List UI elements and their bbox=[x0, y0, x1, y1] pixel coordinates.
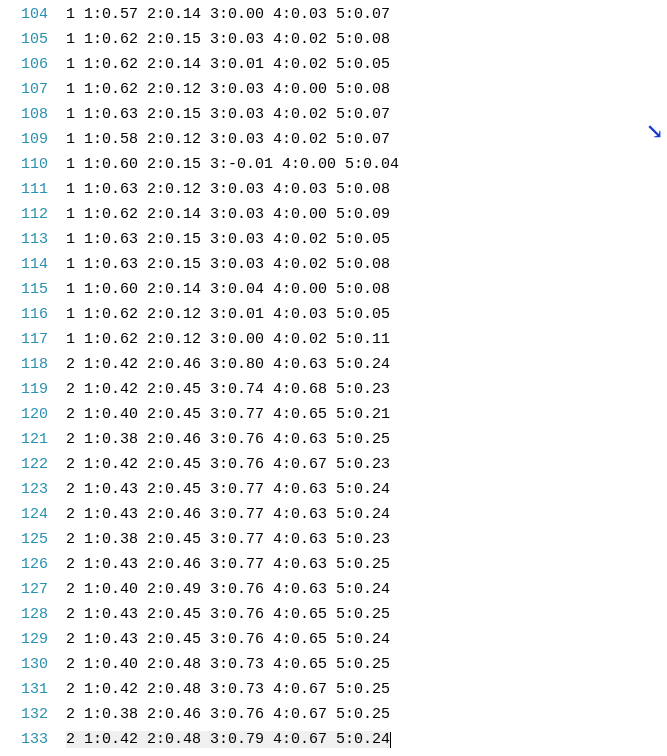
text-cursor bbox=[390, 732, 391, 748]
line-content[interactable]: 1 1:0.63 2:0.15 3:0.03 4:0.02 5:0.05 bbox=[66, 231, 390, 248]
code-editor[interactable]: 1041 1:0.57 2:0.14 3:0.00 4:0.03 5:0.071… bbox=[0, 0, 667, 752]
line-number: 107 bbox=[0, 81, 66, 98]
line-number: 111 bbox=[0, 181, 66, 198]
line-content[interactable]: 1 1:0.60 2:0.15 3:-0.01 4:0.00 5:0.04 bbox=[66, 156, 399, 173]
line-number: 131 bbox=[0, 681, 66, 698]
code-line[interactable]: 1131 1:0.63 2:0.15 3:0.03 4:0.02 5:0.05 bbox=[0, 227, 667, 252]
line-content[interactable]: 2 1:0.43 2:0.45 3:0.76 4:0.65 5:0.24 bbox=[66, 631, 390, 648]
line-number: 105 bbox=[0, 31, 66, 48]
line-content[interactable]: 2 1:0.43 2:0.45 3:0.77 4:0.63 5:0.24 bbox=[66, 481, 390, 498]
code-line[interactable]: 1232 1:0.43 2:0.45 3:0.77 4:0.63 5:0.24 bbox=[0, 477, 667, 502]
code-line[interactable]: 1252 1:0.38 2:0.45 3:0.77 4:0.63 5:0.23 bbox=[0, 527, 667, 552]
line-number: 112 bbox=[0, 206, 66, 223]
code-line[interactable]: 1312 1:0.42 2:0.48 3:0.73 4:0.67 5:0.25 bbox=[0, 677, 667, 702]
line-content[interactable]: 2 1:0.43 2:0.45 3:0.76 4:0.65 5:0.25 bbox=[66, 606, 390, 623]
line-number: 116 bbox=[0, 306, 66, 323]
line-content[interactable]: 1 1:0.60 2:0.14 3:0.04 4:0.00 5:0.08 bbox=[66, 281, 390, 298]
code-line[interactable]: 1091 1:0.58 2:0.12 3:0.03 4:0.02 5:0.07 bbox=[0, 127, 667, 152]
line-content[interactable]: 2 1:0.40 2:0.45 3:0.77 4:0.65 5:0.21 bbox=[66, 406, 390, 423]
code-line[interactable]: 1141 1:0.63 2:0.15 3:0.03 4:0.02 5:0.08 bbox=[0, 252, 667, 277]
line-content[interactable]: 2 1:0.38 2:0.46 3:0.76 4:0.67 5:0.25 bbox=[66, 706, 390, 723]
code-line[interactable]: 1192 1:0.42 2:0.45 3:0.74 4:0.68 5:0.23 bbox=[0, 377, 667, 402]
line-content[interactable]: 1 1:0.63 2:0.15 3:0.03 4:0.02 5:0.08 bbox=[66, 256, 390, 273]
line-number: 118 bbox=[0, 356, 66, 373]
line-number: 108 bbox=[0, 106, 66, 123]
line-content[interactable]: 1 1:0.62 2:0.12 3:0.00 4:0.02 5:0.11 bbox=[66, 331, 390, 348]
code-line[interactable]: 1061 1:0.62 2:0.14 3:0.01 4:0.02 5:0.05 bbox=[0, 52, 667, 77]
code-line[interactable]: 1262 1:0.43 2:0.46 3:0.77 4:0.63 5:0.25 bbox=[0, 552, 667, 577]
line-content[interactable]: 1 1:0.57 2:0.14 3:0.00 4:0.03 5:0.07 bbox=[66, 6, 390, 23]
line-content[interactable]: 2 1:0.38 2:0.45 3:0.77 4:0.63 5:0.23 bbox=[66, 531, 390, 548]
code-line[interactable]: 1111 1:0.63 2:0.12 3:0.03 4:0.03 5:0.08 bbox=[0, 177, 667, 202]
code-line[interactable]: 1101 1:0.60 2:0.15 3:-0.01 4:0.00 5:0.04 bbox=[0, 152, 667, 177]
line-number: 130 bbox=[0, 656, 66, 673]
line-number: 114 bbox=[0, 256, 66, 273]
line-number: 122 bbox=[0, 456, 66, 473]
line-content[interactable]: 2 1:0.42 2:0.48 3:0.73 4:0.67 5:0.25 bbox=[66, 681, 390, 698]
line-content[interactable]: 2 1:0.42 2:0.46 3:0.80 4:0.63 5:0.24 bbox=[66, 356, 390, 373]
line-number: 124 bbox=[0, 506, 66, 523]
line-number: 117 bbox=[0, 331, 66, 348]
code-line[interactable]: 1272 1:0.40 2:0.49 3:0.76 4:0.63 5:0.24 bbox=[0, 577, 667, 602]
code-line[interactable]: 1081 1:0.63 2:0.15 3:0.03 4:0.02 5:0.07 bbox=[0, 102, 667, 127]
line-number: 110 bbox=[0, 156, 66, 173]
code-line[interactable]: 1041 1:0.57 2:0.14 3:0.00 4:0.03 5:0.07 bbox=[0, 2, 667, 27]
line-number: 127 bbox=[0, 581, 66, 598]
line-number: 106 bbox=[0, 56, 66, 73]
code-line[interactable]: 1222 1:0.42 2:0.45 3:0.76 4:0.67 5:0.23 bbox=[0, 452, 667, 477]
code-line[interactable]: 1051 1:0.62 2:0.15 3:0.03 4:0.02 5:0.08 bbox=[0, 27, 667, 52]
line-number: 121 bbox=[0, 431, 66, 448]
line-number: 113 bbox=[0, 231, 66, 248]
code-line[interactable]: 1202 1:0.40 2:0.45 3:0.77 4:0.65 5:0.21 bbox=[0, 402, 667, 427]
line-number: 128 bbox=[0, 606, 66, 623]
line-content[interactable]: 2 1:0.42 2:0.45 3:0.76 4:0.67 5:0.23 bbox=[66, 456, 390, 473]
line-number: 109 bbox=[0, 131, 66, 148]
line-number: 115 bbox=[0, 281, 66, 298]
line-content[interactable]: 2 1:0.40 2:0.48 3:0.73 4:0.65 5:0.25 bbox=[66, 656, 390, 673]
code-line[interactable]: 1182 1:0.42 2:0.46 3:0.80 4:0.63 5:0.24 bbox=[0, 352, 667, 377]
line-content[interactable]: 1 1:0.63 2:0.15 3:0.03 4:0.02 5:0.07 bbox=[66, 106, 390, 123]
line-number: 120 bbox=[0, 406, 66, 423]
code-line[interactable]: 1071 1:0.62 2:0.12 3:0.03 4:0.00 5:0.08 bbox=[0, 77, 667, 102]
line-content[interactable]: 1 1:0.62 2:0.12 3:0.01 4:0.03 5:0.05 bbox=[66, 306, 390, 323]
line-number: 126 bbox=[0, 556, 66, 573]
code-line[interactable]: 1282 1:0.43 2:0.45 3:0.76 4:0.65 5:0.25 bbox=[0, 602, 667, 627]
line-number: 133 bbox=[0, 731, 66, 748]
code-line[interactable]: 1302 1:0.40 2:0.48 3:0.73 4:0.65 5:0.25 bbox=[0, 652, 667, 677]
code-line[interactable]: 1322 1:0.38 2:0.46 3:0.76 4:0.67 5:0.25 bbox=[0, 702, 667, 727]
code-line[interactable]: 1242 1:0.43 2:0.46 3:0.77 4:0.63 5:0.24 bbox=[0, 502, 667, 527]
line-content[interactable]: 1 1:0.62 2:0.14 3:0.03 4:0.00 5:0.09 bbox=[66, 206, 390, 223]
line-number: 104 bbox=[0, 6, 66, 23]
line-content[interactable]: 2 1:0.43 2:0.46 3:0.77 4:0.63 5:0.24 bbox=[66, 506, 390, 523]
code-line[interactable]: 1332 1:0.42 2:0.48 3:0.79 4:0.67 5:0.24 bbox=[0, 727, 667, 752]
code-line[interactable]: 1212 1:0.38 2:0.46 3:0.76 4:0.63 5:0.25 bbox=[0, 427, 667, 452]
code-line[interactable]: 1161 1:0.62 2:0.12 3:0.01 4:0.03 5:0.05 bbox=[0, 302, 667, 327]
line-number: 125 bbox=[0, 531, 66, 548]
line-content[interactable]: 1 1:0.62 2:0.12 3:0.03 4:0.00 5:0.08 bbox=[66, 81, 390, 98]
line-number: 129 bbox=[0, 631, 66, 648]
line-number: 132 bbox=[0, 706, 66, 723]
line-content[interactable]: 1 1:0.62 2:0.15 3:0.03 4:0.02 5:0.08 bbox=[66, 31, 390, 48]
line-content[interactable]: 2 1:0.42 2:0.45 3:0.74 4:0.68 5:0.23 bbox=[66, 381, 390, 398]
line-number: 119 bbox=[0, 381, 66, 398]
line-content[interactable]: 2 1:0.38 2:0.46 3:0.76 4:0.63 5:0.25 bbox=[66, 431, 390, 448]
line-content[interactable]: 1 1:0.63 2:0.12 3:0.03 4:0.03 5:0.08 bbox=[66, 181, 390, 198]
code-line[interactable]: 1151 1:0.60 2:0.14 3:0.04 4:0.00 5:0.08 bbox=[0, 277, 667, 302]
line-content[interactable]: 1 1:0.58 2:0.12 3:0.03 4:0.02 5:0.07 bbox=[66, 131, 390, 148]
line-content[interactable]: 2 1:0.42 2:0.48 3:0.79 4:0.67 5:0.24 bbox=[66, 731, 390, 748]
line-content[interactable]: 2 1:0.40 2:0.49 3:0.76 4:0.63 5:0.24 bbox=[66, 581, 390, 598]
code-line[interactable]: 1171 1:0.62 2:0.12 3:0.00 4:0.02 5:0.11 bbox=[0, 327, 667, 352]
code-line[interactable]: 1121 1:0.62 2:0.14 3:0.03 4:0.00 5:0.09 bbox=[0, 202, 667, 227]
line-content[interactable]: 1 1:0.62 2:0.14 3:0.01 4:0.02 5:0.05 bbox=[66, 56, 390, 73]
line-number: 123 bbox=[0, 481, 66, 498]
line-content[interactable]: 2 1:0.43 2:0.46 3:0.77 4:0.63 5:0.25 bbox=[66, 556, 390, 573]
code-line[interactable]: 1292 1:0.43 2:0.45 3:0.76 4:0.65 5:0.24 bbox=[0, 627, 667, 652]
